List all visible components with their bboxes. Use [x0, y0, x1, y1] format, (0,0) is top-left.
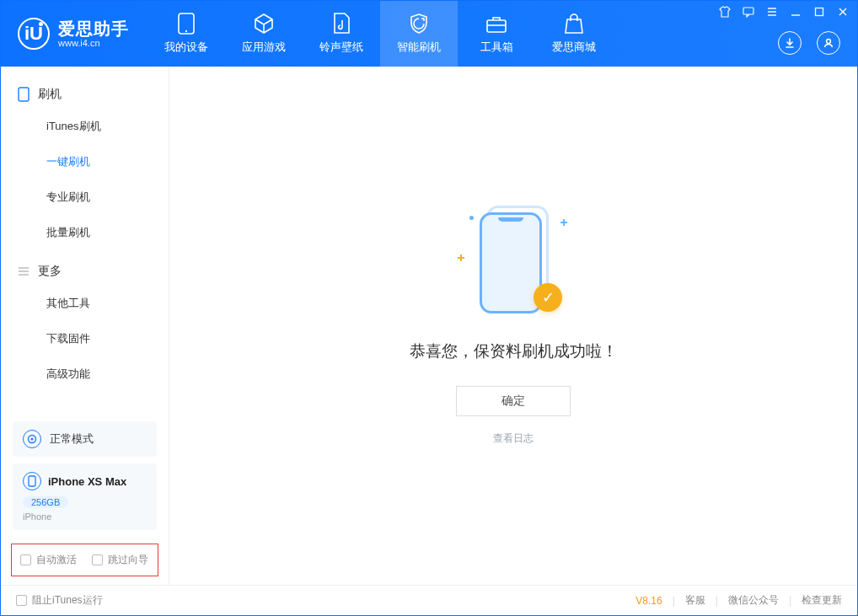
sidebar-item-download-firmware[interactable]: 下载固件	[1, 321, 169, 356]
minimize-icon[interactable]	[790, 6, 802, 18]
svg-point-1	[185, 30, 187, 32]
mode-label: 正常模式	[50, 431, 94, 447]
nav-label: 爱思商城	[552, 40, 596, 55]
footer-link-wechat[interactable]: 微信公众号	[728, 593, 779, 608]
nav-label: 应用游戏	[242, 40, 286, 55]
nav-store[interactable]: 爱思商城	[535, 1, 613, 67]
checkbox-label: 阻止iTunes运行	[32, 593, 103, 608]
checkbox-skip-guide[interactable]: 跳过向导	[92, 553, 148, 567]
sidebar-items-flash: iTunes刷机 一键刷机 专业刷机 批量刷机	[1, 107, 169, 255]
sidebar-item-itunes-flash[interactable]: iTunes刷机	[1, 109, 169, 144]
close-icon[interactable]	[837, 6, 849, 18]
menu-icon[interactable]	[766, 6, 778, 18]
sidebar-item-oneclick-flash[interactable]: 一键刷机	[1, 144, 169, 179]
nav-my-device[interactable]: 我的设备	[147, 1, 225, 67]
version-label: V8.16	[635, 595, 662, 607]
svg-rect-2	[487, 20, 506, 32]
device-icon	[175, 13, 197, 35]
sidebar: 刷机 iTunes刷机 一键刷机 专业刷机 批量刷机 更多 其他工具 下载固件 …	[1, 67, 169, 585]
tshirt-icon[interactable]	[719, 6, 731, 18]
checkbox-auto-activate[interactable]: 自动激活	[20, 553, 77, 567]
device-type: iPhone	[23, 512, 147, 522]
footer-link-update[interactable]: 检查更新	[802, 593, 842, 608]
device-icon	[23, 472, 41, 490]
checkbox-label: 自动激活	[36, 553, 77, 567]
device-capacity: 256GB	[23, 496, 68, 508]
svg-rect-13	[19, 88, 29, 101]
main-content: ✓ 恭喜您，保资料刷机成功啦！ 确定 查看日志	[169, 67, 857, 585]
nav-label: 我的设备	[164, 40, 208, 55]
nav-ringtones[interactable]: 铃声壁纸	[303, 1, 380, 67]
shield-icon	[408, 13, 430, 35]
sparkle-icon	[560, 219, 566, 224]
sparkle-icon	[458, 254, 464, 261]
check-badge-icon: ✓	[534, 283, 562, 312]
app-name-cn: 爱思助手	[58, 19, 129, 38]
list-icon	[18, 265, 29, 277]
sidebar-item-other-tools[interactable]: 其他工具	[1, 286, 169, 321]
sidebar-section-flash: 刷机	[1, 78, 169, 107]
download-icon[interactable]	[778, 31, 802, 55]
music-file-icon	[330, 13, 352, 35]
logo-icon: iU	[18, 18, 50, 50]
checkbox-icon	[92, 554, 103, 565]
logo: iU 爱思助手 www.i4.cn	[1, 1, 147, 67]
device-name: iPhone XS Max	[48, 475, 126, 488]
app-name-en: www.i4.cn	[58, 38, 129, 48]
toolbox-icon	[485, 13, 507, 35]
maximize-icon[interactable]	[813, 6, 825, 18]
sidebar-item-batch-flash[interactable]: 批量刷机	[1, 215, 169, 250]
feedback-icon[interactable]	[743, 6, 754, 18]
view-log-link[interactable]: 查看日志	[493, 431, 534, 446]
checkbox-block-itunes[interactable]: 阻止iTunes运行	[16, 593, 103, 608]
ok-button[interactable]: 确定	[456, 386, 571, 416]
nav-label: 铃声壁纸	[319, 40, 363, 55]
sidebar-item-pro-flash[interactable]: 专业刷机	[1, 179, 169, 215]
sidebar-item-advanced[interactable]: 高级功能	[1, 356, 169, 392]
svg-point-18	[31, 438, 34, 441]
svg-rect-9	[816, 8, 823, 16]
checkbox-label: 跳过向导	[108, 553, 148, 567]
phone-outline-icon	[18, 87, 29, 102]
checkbox-row: 自动激活 跳过向导	[11, 544, 158, 576]
app-window: iU 爱思助手 www.i4.cn 我的设备 应用游戏	[0, 0, 858, 616]
nav-smart-flash[interactable]: 智能刷机	[380, 1, 458, 67]
titlebar: iU 爱思助手 www.i4.cn 我的设备 应用游戏	[1, 1, 857, 67]
header-user-icons	[778, 31, 840, 55]
dot-icon	[469, 216, 474, 220]
footer: 阻止iTunes运行 V8.16 | 客服 | 微信公众号 | 检查更新	[1, 585, 857, 615]
sidebar-section-more: 更多	[1, 255, 169, 284]
svg-rect-19	[29, 476, 35, 486]
cube-icon	[253, 13, 275, 35]
nav-toolbox[interactable]: 工具箱	[458, 1, 535, 67]
checkbox-icon	[20, 554, 31, 565]
body: 刷机 iTunes刷机 一键刷机 专业刷机 批量刷机 更多 其他工具 下载固件 …	[1, 67, 857, 585]
bag-icon	[563, 13, 585, 35]
svg-rect-4	[743, 8, 753, 14]
sidebar-items-more: 其他工具 下载固件 高级功能	[1, 284, 169, 397]
user-icon[interactable]	[817, 31, 840, 55]
logo-text: 爱思助手 www.i4.cn	[58, 19, 129, 48]
window-controls	[719, 6, 849, 18]
success-message: 恭喜您，保资料刷机成功啦！	[410, 340, 618, 362]
section-title: 刷机	[38, 87, 62, 102]
checkbox-icon	[16, 595, 27, 606]
mode-card[interactable]: 正常模式	[13, 421, 157, 457]
mode-icon	[23, 430, 41, 448]
footer-link-support[interactable]: 客服	[685, 593, 705, 608]
nav-apps-games[interactable]: 应用游戏	[225, 1, 303, 67]
svg-point-12	[827, 40, 831, 44]
top-nav: 我的设备 应用游戏 铃声壁纸 智能刷机	[147, 1, 613, 67]
section-title: 更多	[38, 264, 62, 279]
nav-label: 工具箱	[480, 40, 513, 55]
success-illustration: ✓	[463, 206, 564, 315]
nav-label: 智能刷机	[397, 40, 441, 55]
device-card[interactable]: iPhone XS Max 256GB iPhone	[13, 463, 157, 530]
